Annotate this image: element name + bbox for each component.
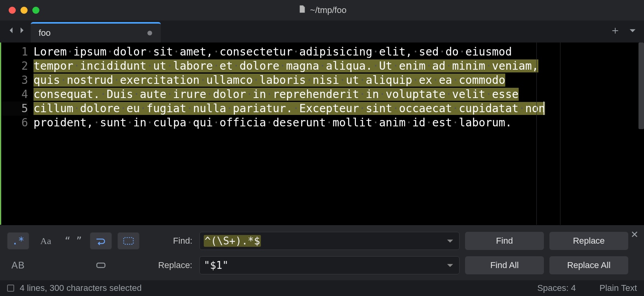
syntax-mode[interactable]: Plain Text [599,283,637,293]
line-number: 1 [1,45,28,59]
nav-back-icon[interactable] [7,26,16,35]
code-line: quis·nostrud·exercitation·ullamco·labori… [34,73,545,87]
preserve-case-option[interactable]: AB [7,257,29,274]
selection-info: 4 lines, 300 characters selected [20,283,141,293]
code-line: proident,·sunt·in·culpa·qui·officia·dese… [34,116,545,130]
editor[interactable]: 1 2 3 4 5 6 Lorem·ipsum·dolor·sit·amet,·… [0,43,644,225]
text-cursor [543,102,544,115]
svg-rect-1 [97,263,105,267]
find-replace-panel: ✕ .* Aa “ ” Find: ^(\S+).*$ Find Replace… [0,225,644,280]
code-area[interactable]: Lorem·ipsum·dolor·sit·amet,·consectetur·… [34,43,545,225]
wrap-option[interactable] [90,232,112,250]
wrap-guide [560,43,560,225]
tab-menu-icon[interactable] [628,26,637,37]
wrap-guide [536,43,537,225]
replace-history-dropdown-icon[interactable] [445,260,455,270]
close-panel-icon[interactable]: ✕ [631,229,638,240]
replace-input[interactable]: "$1" [199,256,460,274]
replace-input-value: "$1" [204,259,445,271]
tab-foo[interactable]: foo [31,22,161,43]
titlebar: ~/tmp/foo [0,0,644,20]
find-all-button[interactable]: Find All [465,256,544,274]
regex-option[interactable]: .* [7,232,29,250]
vertical-scrollbar[interactable] [638,43,644,129]
line-number: 6 [1,116,28,130]
line-number: 4 [1,87,28,102]
find-label: Find: [145,236,192,246]
highlight-all-option[interactable] [90,257,112,274]
dirty-indicator-icon [147,31,152,35]
code-line: consequat.·Duis·aute·irure·dolor·in·repr… [34,87,545,102]
line-gutter: 1 2 3 4 5 6 [1,43,34,225]
replace-all-button[interactable]: Replace All [549,256,628,274]
svg-rect-0 [124,238,133,244]
whole-word-option[interactable]: “ ” [62,232,84,250]
indent-setting[interactable]: Spaces: 4 [537,283,576,293]
code-line: Lorem·ipsum·dolor·sit·amet,·consectetur·… [34,45,545,59]
find-history-dropdown-icon[interactable] [445,236,455,246]
line-number: 5 [1,102,28,116]
close-window-button[interactable] [9,7,16,14]
in-selection-option[interactable] [117,232,140,250]
replace-button[interactable]: Replace [549,232,628,250]
line-number: 3 [1,73,28,87]
status-indicator-icon[interactable] [7,285,14,292]
code-line: tempor·incididunt·ut·labore·et·dolore·ma… [34,59,545,73]
find-input-value: ^(\S+).*$ [204,235,445,247]
status-bar: 4 lines, 300 characters selected Spaces:… [0,280,644,296]
window-title-text: ~/tmp/foo [310,5,346,15]
tab-bar: foo [0,20,644,43]
window-title: ~/tmp/foo [0,4,644,17]
minimize-window-button[interactable] [20,7,28,14]
new-tab-icon[interactable] [611,26,620,37]
zoom-window-button[interactable] [32,7,39,14]
code-line: cillum·dolore·eu·fugiat·nulla·pariatur.·… [34,102,545,116]
tab-label: foo [39,28,51,38]
line-number: 2 [1,59,28,73]
file-icon [298,4,306,17]
nav-forward-icon[interactable] [17,26,26,35]
find-input[interactable]: ^(\S+).*$ [199,232,460,250]
case-sensitive-option[interactable]: Aa [35,232,57,250]
replace-label: Replace: [145,260,192,270]
window-controls [9,7,39,14]
find-button[interactable]: Find [465,232,544,250]
